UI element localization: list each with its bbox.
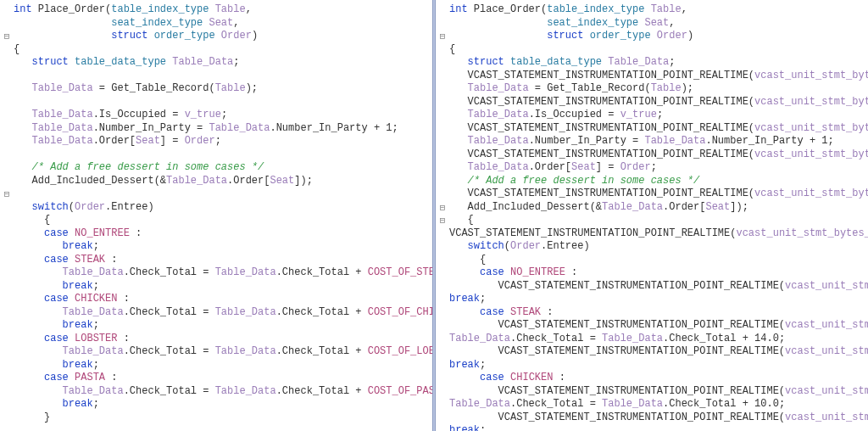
code-line[interactable]: } bbox=[14, 411, 432, 425]
code-line[interactable]: break; bbox=[14, 359, 432, 372]
left-code-area[interactable]: int Place_Order(table_index_type Table, … bbox=[14, 0, 432, 431]
code-line[interactable]: Add_Included_Dessert(&Table_Data.Order[S… bbox=[449, 201, 868, 215]
code-line[interactable]: { bbox=[14, 214, 432, 227]
code-line[interactable]: break; bbox=[449, 359, 868, 372]
code-line[interactable]: seat_index_type Seat, bbox=[14, 17, 432, 31]
code-line[interactable]: struct table_data_type Table_Data; bbox=[14, 56, 432, 70]
code-line[interactable] bbox=[14, 70, 432, 83]
code-token: ( bbox=[504, 240, 510, 252]
code-line[interactable] bbox=[14, 96, 432, 109]
fold-collapse-icon[interactable]: ⊟ bbox=[436, 30, 449, 43]
code-line[interactable]: break; bbox=[14, 398, 432, 411]
code-line[interactable]: int Place_Order(table_index_type Table, bbox=[14, 3, 432, 17]
code-token bbox=[14, 266, 63, 278]
code-line[interactable]: VCAST_STATEMENT_INSTRUMENTATION_POINT_RE… bbox=[449, 70, 868, 83]
var-token: v_true bbox=[185, 109, 221, 120]
code-line[interactable]: case NO_ENTREE : bbox=[449, 266, 868, 280]
code-line[interactable]: break; bbox=[449, 424, 868, 431]
code-line[interactable]: /* Add a free dessert in some cases */ bbox=[449, 175, 868, 188]
right-code-area[interactable]: int Place_Order(table_index_type Table, … bbox=[449, 0, 868, 431]
code-line[interactable]: VCAST_STATEMENT_INSTRUMENTATION_POINT_RE… bbox=[449, 385, 868, 399]
code-token: ; bbox=[480, 359, 486, 371]
code-token bbox=[14, 280, 63, 292]
code-token bbox=[14, 122, 32, 134]
code-line[interactable]: Table_Data.Check_Total = Table_Data.Chec… bbox=[14, 385, 432, 399]
code-line[interactable]: break; bbox=[14, 319, 432, 333]
code-line[interactable]: case STEAK : bbox=[14, 254, 432, 267]
code-line[interactable]: int Place_Order(table_index_type Table, bbox=[449, 3, 868, 17]
code-line[interactable]: { bbox=[449, 214, 868, 227]
code-line[interactable]: Table_Data.Check_Total = Table_Data.Chec… bbox=[449, 333, 868, 346]
var-token: Seat bbox=[270, 175, 294, 187]
code-line[interactable]: { bbox=[14, 43, 432, 57]
fold-collapse-icon[interactable]: ⊟ bbox=[436, 214, 449, 227]
fold-collapse-icon[interactable]: ⊟ bbox=[0, 188, 14, 201]
code-token: ) bbox=[252, 30, 258, 42]
code-line[interactable]: Table_Data.Number_In_Party = Table_Data.… bbox=[449, 135, 868, 148]
var-token: Order bbox=[221, 30, 252, 42]
code-token: ; bbox=[657, 109, 663, 120]
code-line[interactable]: /* Add a free dessert in some cases */ bbox=[14, 161, 432, 175]
code-line[interactable]: Table_Data.Is_Occupied = v_true; bbox=[14, 109, 432, 122]
code-line[interactable]: VCAST_STATEMENT_INSTRUMENTATION_POINT_RE… bbox=[449, 96, 868, 109]
code-line[interactable]: VCAST_STATEMENT_INSTRUMENTATION_POINT_RE… bbox=[449, 319, 868, 333]
code-line[interactable]: case PASTA : bbox=[14, 372, 432, 385]
code-line[interactable]: Table_Data.Order[Seat] = Order; bbox=[449, 161, 868, 175]
fold-collapse-icon[interactable]: ⊟ bbox=[0, 30, 14, 43]
code-token bbox=[449, 56, 468, 68]
code-line[interactable]: { bbox=[449, 254, 868, 267]
var-token: Table_Data bbox=[63, 306, 124, 318]
code-line[interactable]: break; bbox=[14, 240, 432, 254]
right-fold-gutter[interactable]: ⊟⊟⊟ bbox=[436, 0, 449, 431]
code-token bbox=[449, 161, 468, 173]
code-token: VCAST_STATEMENT_INSTRUMENTATION_POINT_RE… bbox=[449, 280, 785, 292]
left-code-pane[interactable]: ⊟⊟ int Place_Order(table_index_type Tabl… bbox=[0, 0, 432, 431]
gutter-blank bbox=[436, 109, 449, 122]
code-line[interactable]: case LOBSTER : bbox=[14, 333, 432, 346]
code-line[interactable]: case CHICKEN : bbox=[449, 372, 868, 385]
code-line[interactable]: Table_Data = Get_Table_Record(Table); bbox=[14, 82, 432, 96]
code-line[interactable]: VCAST_STATEMENT_INSTRUMENTATION_POINT_RE… bbox=[449, 411, 868, 425]
gutter-blank bbox=[0, 398, 14, 411]
code-token: ; bbox=[233, 56, 239, 68]
left-fold-gutter[interactable]: ⊟⊟ bbox=[0, 0, 14, 431]
code-line[interactable]: seat_index_type Seat, bbox=[449, 17, 868, 31]
code-line[interactable]: Table_Data.Check_Total = Table_Data.Chec… bbox=[14, 266, 432, 280]
fold-collapse-icon[interactable]: ⊟ bbox=[436, 201, 449, 215]
code-line[interactable]: Table_Data.Check_Total = Table_Data.Chec… bbox=[14, 345, 432, 359]
code-token bbox=[14, 30, 111, 42]
code-line[interactable]: Add_Included_Dessert(&Table_Data.Order[S… bbox=[14, 175, 432, 188]
code-line[interactable]: VCAST_STATEMENT_INSTRUMENTATION_POINT_RE… bbox=[449, 227, 868, 241]
code-line[interactable]: Table_Data.Number_In_Party = Table_Data.… bbox=[14, 122, 432, 136]
code-line[interactable]: break; bbox=[14, 280, 432, 294]
code-line[interactable]: VCAST_STATEMENT_INSTRUMENTATION_POINT_RE… bbox=[449, 280, 868, 294]
code-line[interactable]: case NO_ENTREE : bbox=[14, 227, 432, 241]
code-line[interactable]: Table_Data.Check_Total = Table_Data.Chec… bbox=[14, 306, 432, 320]
code-line[interactable]: switch(Order.Entree) bbox=[449, 240, 868, 254]
code-line[interactable]: VCAST_STATEMENT_INSTRUMENTATION_POINT_RE… bbox=[449, 188, 868, 201]
code-line[interactable]: break; bbox=[449, 293, 868, 306]
var-token: Order bbox=[185, 135, 215, 147]
code-line[interactable]: Table_Data.Check_Total = Table_Data.Chec… bbox=[449, 398, 868, 411]
code-line[interactable]: struct order_type Order) bbox=[14, 30, 432, 43]
code-token: .Number_In_Party = bbox=[93, 122, 209, 134]
code-line[interactable]: Table_Data.Order[Seat] = Order; bbox=[14, 135, 432, 148]
code-line[interactable]: case STEAK : bbox=[449, 306, 868, 320]
code-line[interactable]: switch(Order.Entree) bbox=[14, 201, 432, 215]
code-line[interactable] bbox=[14, 188, 432, 201]
code-line[interactable]: Table_Data = Get_Table_Record(Table); bbox=[449, 82, 868, 96]
right-code-pane[interactable]: ⊟⊟⊟ int Place_Order(table_index_type Tab… bbox=[436, 0, 868, 431]
code-token: ) bbox=[687, 30, 693, 42]
code-line[interactable]: VCAST_STATEMENT_INSTRUMENTATION_POINT_RE… bbox=[449, 345, 868, 359]
code-line[interactable]: struct order_type Order) bbox=[449, 30, 868, 43]
code-line[interactable]: case CHICKEN : bbox=[14, 293, 432, 306]
gutter-blank bbox=[436, 96, 449, 109]
code-line[interactable]: Table_Data.Is_Occupied = v_true; bbox=[449, 109, 868, 122]
code-line[interactable]: VCAST_STATEMENT_INSTRUMENTATION_POINT_RE… bbox=[449, 122, 868, 136]
kw-token: case bbox=[44, 372, 75, 383]
kw-token: break bbox=[63, 398, 93, 410]
code-line[interactable]: struct table_data_type Table_Data; bbox=[449, 56, 868, 70]
code-line[interactable] bbox=[14, 148, 432, 162]
code-line[interactable]: { bbox=[449, 43, 868, 57]
code-line[interactable]: VCAST_STATEMENT_INSTRUMENTATION_POINT_RE… bbox=[449, 148, 868, 162]
